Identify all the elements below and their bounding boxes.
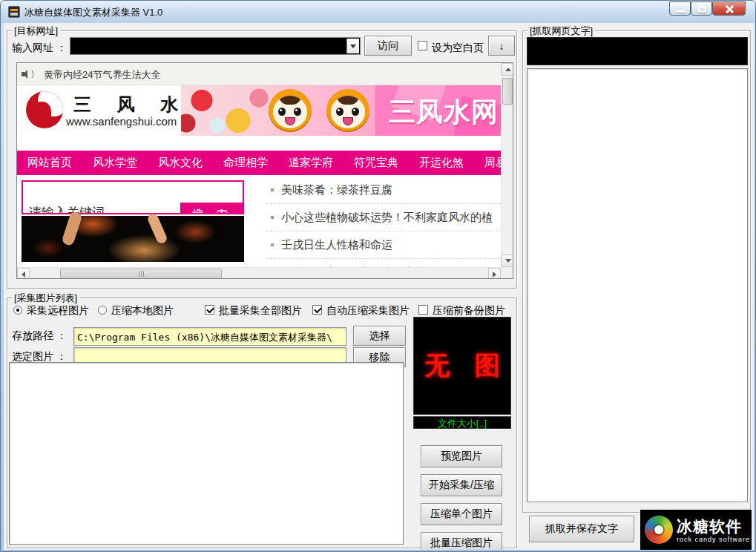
- site-banner[interactable]: 三风水网: [181, 85, 502, 136]
- news-item[interactable]: 美味茶肴：绿茶拌豆腐: [266, 177, 501, 204]
- file-size-text: 文件大小[..]: [438, 418, 487, 429]
- blank-page-checkbox-label: 设为空白页: [432, 42, 484, 55]
- save-path-label: 存放路径 ：: [12, 329, 67, 343]
- nav-item-fengshui-culture[interactable]: 风水文化: [148, 156, 213, 170]
- maximize-button[interactable]: [691, 1, 712, 16]
- nav-item-fengshui-school[interactable]: 风水学堂: [82, 156, 148, 170]
- auto-compress-checkbox[interactable]: [312, 305, 322, 315]
- client-area: [目标网址] 输入网址 ： 访问 设为空白页 ↓ 黄帝内经24节气养生法大全 三: [4, 23, 754, 550]
- news-item[interactable]: 壬戌日生人性格和命运: [266, 231, 501, 259]
- app-window: 冰糖自媒体图文素材采集器 V1.0 [目标网址] 输入网址 ： 访问 设为空白页…: [0, 0, 756, 552]
- bullet-icon: [271, 243, 274, 246]
- maximize-icon: [698, 6, 706, 13]
- app-icon: [8, 6, 20, 18]
- url-combobox[interactable]: [70, 37, 361, 55]
- banner-cartoon-face: [269, 89, 312, 132]
- site-navbar: 网站首页 风水学堂 风水文化 命理相学 道家学府 符咒宝典 开运化煞 周易研究: [17, 151, 501, 175]
- grab-text-group-label: [抓取网页文字]: [527, 24, 595, 38]
- scroll-left-button[interactable]: [17, 268, 30, 279]
- horizontal-scroll-thumb[interactable]: [60, 269, 222, 279]
- nav-item-talisman[interactable]: 符咒宝典: [344, 156, 409, 170]
- target-url-group: [目标网址] 输入网址 ： 访问 设为空白页 ↓ 黄帝内经24节气养生法大全 三: [7, 30, 517, 289]
- site-logo-block[interactable]: 三 风 水 www.sanfengshui.com: [17, 85, 181, 136]
- backup-before-compress-checkbox-label: 压缩前备份图片: [433, 304, 505, 318]
- banner-cartoon-face: [326, 89, 369, 132]
- site-search-placeholder: 请输入关键词: [29, 204, 105, 214]
- blank-page-checkbox[interactable]: [418, 41, 427, 50]
- nav-item-home[interactable]: 网站首页: [17, 156, 82, 170]
- browser-vertical-scrollbar[interactable]: [501, 63, 513, 267]
- site-url: www.sanfengshui.com: [66, 115, 177, 128]
- brand-logo: 冰糖软件 rock candy software: [640, 510, 752, 550]
- scroll-right-button[interactable]: [488, 268, 501, 279]
- scroll-down-button[interactable]: [502, 254, 513, 267]
- start-collect-compress-button[interactable]: 开始采集/压缩: [421, 474, 502, 496]
- embedded-browser[interactable]: 黄帝内经24节气养生法大全 三 风 水 www.sanfengshui.com: [16, 62, 513, 279]
- image-preview-box: 无 图: [413, 317, 511, 415]
- brand-name: 冰糖软件: [677, 516, 750, 537]
- speaker-icon: [22, 70, 32, 79]
- select-path-button[interactable]: 选择: [353, 326, 406, 346]
- minimize-icon: [676, 10, 685, 13]
- arrow-up-icon: [505, 68, 511, 71]
- visit-button[interactable]: 访问: [364, 36, 412, 56]
- auto-compress-checkbox-label: 自动压缩采集图片: [326, 304, 410, 318]
- target-url-group-label: [目标网址]: [12, 24, 60, 38]
- nav-item-numerology[interactable]: 命理相学: [213, 156, 278, 170]
- local-images-radio[interactable]: [98, 306, 107, 315]
- scrollbar-corner: [501, 267, 513, 279]
- image-list-group-label: [采集图片列表]: [12, 292, 79, 305]
- close-icon: [725, 5, 734, 13]
- banner-title-panel: 三风水网: [375, 85, 502, 136]
- grab-text-header-box: [527, 37, 748, 65]
- image-list-group: [采集图片列表] 采集远程图片 压缩本地图片 批量采集全部图片 自动压缩采集图片…: [7, 298, 517, 548]
- grab-text-group: [抓取网页文字]: [522, 30, 751, 513]
- audio-bar-text: 黄帝内经24节气养生法大全: [44, 68, 160, 82]
- news-item[interactable]: 小心这些植物破坏运势！不利家庭风水的植: [266, 204, 501, 231]
- scroll-down-button[interactable]: ↓: [488, 36, 515, 56]
- browser-audio-bar: 黄帝内经24节气养生法大全: [17, 63, 501, 85]
- save-path-input[interactable]: C:\Program Files (x86)\冰糖自媒体图文素材采集器\: [73, 327, 346, 346]
- url-combobox-dropdown-button[interactable]: [346, 39, 359, 53]
- banner-title: 三风水网: [389, 94, 499, 131]
- scroll-up-button[interactable]: [502, 63, 513, 76]
- scroll-grip-icon: [139, 271, 144, 277]
- local-images-radio-label: 压缩本地图片: [111, 304, 174, 318]
- arrow-right-icon: [493, 272, 496, 277]
- collected-images-listbox[interactable]: [9, 362, 404, 545]
- chevron-down-icon: [350, 45, 356, 48]
- close-button[interactable]: [712, 1, 746, 16]
- news-item[interactable]: 八大巨星离奇死亡事件发生前征兆: [266, 259, 501, 267]
- brand-swirl-icon: [645, 516, 673, 544]
- grabbed-text-area[interactable]: [527, 68, 748, 502]
- no-image-text: 无 图: [415, 349, 508, 383]
- batch-collect-checkbox-label: 批量采集全部图片: [219, 304, 302, 318]
- minimize-button[interactable]: [669, 1, 691, 16]
- backup-before-compress-checkbox[interactable]: [418, 305, 428, 315]
- site-logo-icon: [26, 91, 63, 128]
- compress-single-image-button[interactable]: 压缩单个图片: [421, 503, 502, 525]
- site-search-box[interactable]: 请输入关键词 搜 索: [22, 180, 244, 214]
- window-title: 冰糖自媒体图文素材采集器 V1.0: [24, 6, 162, 19]
- batch-collect-checkbox[interactable]: [205, 305, 214, 315]
- nav-item-yijing[interactable]: 周易研究: [474, 156, 501, 170]
- grab-and-save-text-button[interactable]: 抓取并保存文字: [529, 516, 634, 542]
- site-title: 三 风 水: [73, 93, 188, 116]
- article-thumbnail-image[interactable]: [22, 216, 244, 262]
- bullet-icon: [271, 216, 274, 219]
- file-size-bar: 文件大小[..]: [413, 416, 511, 429]
- nav-item-taoism[interactable]: 道家学府: [278, 156, 344, 170]
- news-list: 美味茶肴：绿茶拌豆腐 小心这些植物破坏运势！不利家庭风水的植 壬戌日生人性格和命…: [266, 177, 501, 267]
- remote-images-radio[interactable]: [13, 306, 22, 315]
- batch-compress-images-button[interactable]: 批量压缩图片: [421, 532, 502, 550]
- title-bar[interactable]: 冰糖自媒体图文素材采集器 V1.0: [1, 1, 755, 23]
- arrow-left-icon: [22, 272, 25, 277]
- vertical-scroll-thumb[interactable]: [502, 78, 513, 105]
- url-input-label: 输入网址 ：: [12, 42, 67, 55]
- preview-image-button[interactable]: 预览图片: [421, 445, 502, 467]
- brand-subtitle: rock candy software: [677, 536, 750, 543]
- site-search-button[interactable]: 搜 索: [180, 203, 244, 214]
- arrow-down-icon: [505, 259, 511, 263]
- browser-horizontal-scrollbar[interactable]: [17, 267, 501, 279]
- nav-item-luck[interactable]: 开运化煞: [409, 156, 474, 170]
